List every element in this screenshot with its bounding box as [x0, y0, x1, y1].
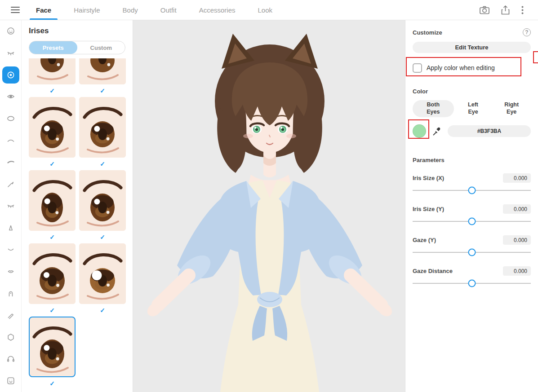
mouth-icon — [2, 241, 19, 258]
preset-applied-check: ✓ — [79, 304, 126, 317]
makeup-brush-icon — [2, 176, 19, 193]
left-eye-button[interactable]: Left Eye — [454, 100, 493, 117]
rail-item-hairpin[interactable] — [0, 304, 22, 326]
rail-item-animal-ears[interactable] — [0, 348, 22, 370]
character-viewport[interactable] — [133, 20, 405, 392]
rail-item-lip[interactable] — [0, 261, 22, 283]
iris-preset-tile[interactable] — [79, 97, 126, 158]
both-eyes-button[interactable]: Both Eyes — [413, 100, 454, 117]
rail-item-eye-open[interactable] — [0, 86, 22, 108]
camera-icon[interactable] — [480, 6, 489, 14]
rail-item-eye-white[interactable] — [0, 108, 22, 130]
custom-tab[interactable]: Custom — [77, 41, 125, 54]
rail-item-ear[interactable] — [0, 282, 22, 304]
rail-item-makeup-brush[interactable] — [0, 173, 22, 195]
rail-item-eyebrow[interactable] — [0, 151, 22, 173]
param-value[interactable]: 0.000 — [503, 204, 531, 214]
iris-preset-tile[interactable] — [79, 58, 126, 84]
iris-preset-tile[interactable] — [29, 317, 76, 377]
rail-item-expression[interactable] — [0, 370, 22, 392]
slider-thumb[interactable] — [468, 249, 476, 256]
tab-accessories[interactable]: Accessories — [198, 0, 236, 20]
param-value[interactable]: 0.000 — [503, 266, 531, 276]
right-eye-button[interactable]: Right Eye — [492, 100, 531, 117]
preset-applied-check: ✓ — [29, 158, 76, 170]
preset-applied-check: ✓ — [79, 231, 126, 243]
param-label: Gaze Distance — [413, 268, 453, 274]
help-icon[interactable]: ? — [523, 28, 531, 36]
iris-preset-tile[interactable] — [29, 97, 76, 158]
rail-item-face[interactable] — [0, 20, 22, 42]
iris-preset-tile[interactable] — [29, 58, 76, 84]
param-gaze-y: Gaze (Y)0.000 — [413, 235, 531, 256]
eyelid-icon — [2, 132, 19, 149]
tab-outfit[interactable]: Outfit — [160, 0, 178, 20]
eye-white-icon — [2, 110, 19, 127]
param-slider[interactable] — [413, 248, 531, 256]
tab-body[interactable]: Body — [122, 0, 139, 20]
preset-applied-check: ✓ — [79, 158, 126, 170]
preset-applied-check: ✓ — [29, 84, 76, 97]
rail-item-eye-closed[interactable] — [0, 42, 22, 64]
preset-applied-check — [79, 377, 126, 390]
eyebrow-icon — [2, 154, 19, 171]
export-icon[interactable] — [501, 5, 510, 15]
presets-custom-toggle: Presets Custom — [29, 41, 125, 54]
eye-closed-icon — [2, 44, 19, 62]
iris-preset-tile[interactable] — [79, 243, 126, 304]
customize-title: Customize — [413, 29, 442, 36]
preset-applied-check: ✓ — [29, 304, 76, 317]
param-iris-size-x: Iris Size (X)0.000 — [413, 173, 531, 194]
eye-target-group: Both Eyes Left Eye Right Eye — [413, 100, 531, 117]
param-value[interactable]: 0.000 — [503, 235, 531, 245]
topbar-tabs: FaceHairstyleBodyOutfitAccessoriesLook — [35, 0, 273, 20]
apply-color-checkbox[interactable] — [413, 63, 422, 73]
slider-thumb[interactable] — [468, 218, 476, 225]
rail-item-face-contour[interactable] — [0, 326, 22, 348]
eyelash-icon — [2, 198, 19, 215]
iris-icon — [2, 66, 19, 84]
iris-preset-tile[interactable] — [29, 243, 76, 304]
param-value[interactable]: 0.000 — [503, 173, 531, 183]
param-slider[interactable] — [413, 279, 531, 287]
color-swatch[interactable] — [413, 124, 426, 138]
face-icon — [2, 22, 19, 40]
eye-open-icon — [2, 88, 19, 105]
iris-preset-tile[interactable] — [29, 170, 76, 231]
ear-icon — [2, 285, 19, 302]
face-category-rail — [0, 20, 22, 392]
presets-tab[interactable]: Presets — [29, 41, 77, 54]
rail-item-eyelid[interactable] — [0, 129, 22, 151]
tab-face[interactable]: Face — [35, 0, 52, 20]
param-slider[interactable] — [413, 186, 531, 194]
preset-applied-check: ✓ — [79, 84, 126, 97]
param-label: Iris Size (Y) — [413, 206, 444, 212]
more-options-icon[interactable] — [521, 6, 524, 14]
nose-icon — [2, 220, 19, 237]
parameters-list: Iris Size (X)0.000Iris Size (Y)0.000Gaze… — [413, 173, 531, 287]
param-label: Gaze (Y) — [413, 237, 436, 243]
eyedropper-icon[interactable] — [431, 126, 442, 137]
rail-item-nose[interactable] — [0, 217, 22, 239]
rail-item-mouth[interactable] — [0, 239, 22, 261]
character-render — [133, 20, 405, 392]
iris-preset-tile[interactable] — [79, 170, 126, 231]
hex-value[interactable]: #B3F3BA — [448, 125, 531, 137]
presets-panel: Irises Presets Custom ✓✓✓✓✓✓✓✓✓ — [22, 20, 133, 392]
parameters-label: Parameters — [413, 157, 531, 163]
param-gaze-distance: Gaze Distance0.000 — [413, 266, 531, 287]
color-section-label: Color — [413, 88, 531, 95]
edit-texture-button[interactable]: Edit Texture — [413, 42, 531, 53]
menu-icon[interactable] — [8, 6, 22, 14]
panel-title: Irises — [29, 26, 133, 35]
tab-look[interactable]: Look — [257, 0, 273, 20]
rail-item-iris[interactable] — [0, 64, 22, 86]
apply-color-label: Apply color when editing — [427, 64, 495, 71]
tab-hairstyle[interactable]: Hairstyle — [73, 0, 101, 20]
rail-item-eyelash[interactable] — [0, 195, 22, 217]
param-slider[interactable] — [413, 217, 531, 225]
slider-thumb[interactable] — [468, 187, 476, 194]
topbar-actions — [480, 5, 524, 15]
slider-thumb[interactable] — [468, 280, 476, 287]
param-iris-size-y: Iris Size (Y)0.000 — [413, 204, 531, 225]
